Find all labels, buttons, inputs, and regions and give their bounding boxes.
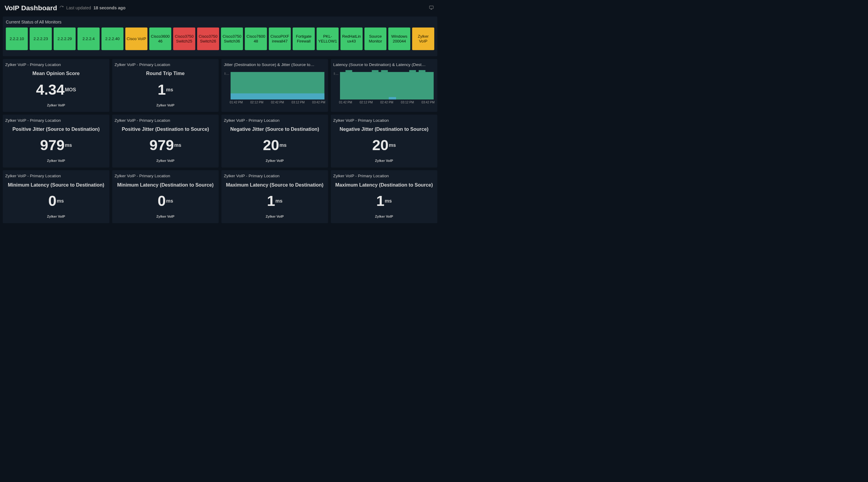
metric-unit: ms: [166, 87, 173, 93]
metric-value: 20: [372, 138, 389, 153]
card-header: Zylker VoIP - Primary Location: [333, 118, 435, 123]
metric-label: Positive Jitter (Destination to Source): [115, 126, 216, 132]
card-header: Zylker VoIP - Primary Location: [5, 118, 107, 123]
refresh-icon[interactable]: [59, 5, 64, 10]
metric-label: Positive Jitter (Source to Destination): [5, 126, 107, 132]
card-jitter-chart: Jitter (Destination to Source) & Jitter …: [221, 59, 328, 112]
card-header: Zylker VoIP - Primary Location: [115, 174, 216, 178]
metric-value: 1: [267, 193, 275, 208]
status-tile[interactable]: PKL-YELLOW1: [316, 27, 338, 50]
svg-rect-0: [430, 6, 433, 9]
status-tile[interactable]: 2.2.2.23: [30, 27, 52, 50]
jitter-chart[interactable]: I:…: [224, 72, 325, 99]
card-header: Zylker VoIP - Primary Location: [224, 118, 326, 123]
latency-chart[interactable]: I:…: [334, 72, 434, 99]
metric-footer: Zylker VoIP: [224, 215, 326, 218]
status-tile[interactable]: Zylker VoIP: [412, 27, 434, 50]
metric-unit: ms: [166, 198, 173, 204]
card-latency-chart: Latency (Source to Destination) & Latenc…: [331, 59, 437, 112]
status-tile[interactable]: 2.2.2.29: [54, 27, 76, 50]
status-tile[interactable]: Cisco VoIP: [125, 27, 147, 50]
metric-label: Maximum Latency (Destination to Source): [333, 182, 435, 188]
status-tile[interactable]: RedHatLinux43: [341, 27, 363, 50]
status-panel-title: Current Status of All Monitors: [6, 20, 434, 24]
status-tile[interactable]: Fortigate Firewall: [293, 27, 315, 50]
card-header: Zylker VoIP - Primary Location: [333, 174, 435, 178]
card-nj-ds: Zylker VoIP - Primary Location Negative …: [331, 115, 437, 167]
card-pj-sd: Zylker VoIP - Primary Location Positive …: [3, 115, 110, 167]
metric-label: Negative Jitter (Source to Destination): [224, 126, 326, 132]
metric-value: 0: [158, 193, 166, 208]
metric-value: 20: [263, 138, 279, 153]
card-mos: Zylker VoIP - Primary Location Mean Opin…: [3, 59, 110, 112]
metric-value: 4.34: [36, 82, 65, 97]
card-maxlat-sd: Zylker VoIP - Primary Location Maximum L…: [221, 170, 328, 223]
status-tile[interactable]: CiscoPIXFirewall47: [269, 27, 291, 50]
card-header: Zylker VoIP - Primary Location: [5, 174, 107, 178]
metric-footer: Zylker VoIP: [5, 215, 107, 218]
metric-label: Negative Jitter (Destination to Source): [333, 126, 435, 132]
metric-label: Minimum Latency (Destination to Source): [115, 182, 216, 188]
card-header: Zylker VoIP - Primary Location: [115, 118, 216, 123]
metric-footer: Zylker VoIP: [333, 215, 435, 218]
card-pj-ds: Zylker VoIP - Primary Location Positive …: [112, 115, 219, 167]
status-tile[interactable]: Source Monitor: [364, 27, 386, 50]
metric-footer: Zylker VoIP: [333, 159, 435, 163]
page-header: VoIP Dashboard Last updated 18 seconds a…: [3, 3, 437, 13]
status-panel: Current Status of All Monitors 2.2.2.102…: [3, 17, 437, 56]
metric-value-wrap: 4.34MOS: [5, 79, 107, 100]
card-header: Jitter (Destination to Source) & Jitter …: [224, 62, 326, 67]
metric-value-wrap: 1ms: [115, 79, 216, 100]
metric-footer: Zylker VoIP: [115, 215, 216, 218]
last-updated-value: 18 seconds ago: [93, 5, 126, 10]
metric-footer: Zylker VoIP: [224, 159, 326, 163]
y-axis-truncated: I:…: [334, 72, 339, 76]
card-minlat-sd: Zylker VoIP - Primary Location Minimum L…: [3, 170, 110, 223]
metric-unit: ms: [174, 142, 181, 148]
status-tile[interactable]: 2.2.2.40: [101, 27, 124, 50]
page-title: VoIP Dashboard: [4, 4, 57, 12]
metric-unit: ms: [279, 142, 286, 148]
metric-value: 0: [48, 193, 56, 208]
series-latency-sd: [340, 72, 434, 99]
status-tile[interactable]: 2.2.2.10: [6, 27, 28, 50]
card-header: Zylker VoIP - Primary Location: [224, 174, 326, 178]
metric-value: 1: [158, 82, 166, 97]
metric-unit: ms: [57, 198, 64, 204]
chart-x-labels: 01:42 PM02:12 PM02:42 PM03:12 PM03:42 PM: [333, 99, 435, 104]
status-tile[interactable]: Windows 200044: [388, 27, 410, 50]
card-minlat-ds: Zylker VoIP - Primary Location Minimum L…: [112, 170, 219, 223]
metric-value: 979: [40, 138, 64, 153]
status-tile[interactable]: Cisco3750Switch26: [197, 27, 219, 50]
status-tile[interactable]: Cisco760048: [245, 27, 267, 50]
metric-footer: Zylker VoIP: [5, 159, 107, 163]
metric-unit: ms: [385, 198, 392, 204]
metric-label: Mean Opinion Score: [5, 71, 107, 77]
status-tile[interactable]: Cisco3750Switch25: [173, 27, 195, 50]
status-row: 2.2.2.102.2.2.232.2.2.292.2.2.42.2.2.40C…: [6, 27, 434, 50]
card-nj-sd: Zylker VoIP - Primary Location Negative …: [221, 115, 328, 167]
chart-x-labels: 01:42 PM02:12 PM02:42 PM03:12 PM03:42 PM: [224, 99, 326, 104]
present-icon[interactable]: [429, 5, 434, 11]
card-header: Zylker VoIP - Primary Location: [5, 62, 107, 67]
metric-unit: ms: [276, 198, 282, 204]
metric-unit: ms: [65, 142, 72, 148]
card-header: Zylker VoIP - Primary Location: [115, 62, 216, 67]
metric-unit: MOS: [65, 87, 76, 93]
card-rtt: Zylker VoIP - Primary Location Round Tri…: [112, 59, 219, 112]
metric-label: Maximum Latency (Source to Destination): [224, 182, 326, 188]
metric-label: Minimum Latency (Source to Destination): [5, 182, 107, 188]
metric-footer: Zylker VoIP: [115, 103, 216, 107]
status-tile[interactable]: 2.2.2.4: [78, 27, 99, 50]
metric-value: 1: [376, 193, 384, 208]
metric-footer: Zylker VoIP: [115, 159, 216, 163]
card-header: Latency (Source to Destination) & Latenc…: [333, 62, 435, 67]
status-tile[interactable]: Cisco360046: [149, 27, 171, 50]
status-tile[interactable]: Cisco3750Switch36: [221, 27, 243, 50]
series-latency-sd-peaks: [340, 70, 434, 72]
series-latency-ds-spike: [389, 97, 396, 99]
metric-value: 979: [150, 138, 174, 153]
metric-unit: ms: [389, 142, 396, 148]
last-updated-label: Last updated: [66, 5, 91, 10]
card-maxlat-ds: Zylker VoIP - Primary Location Maximum L…: [331, 170, 437, 223]
